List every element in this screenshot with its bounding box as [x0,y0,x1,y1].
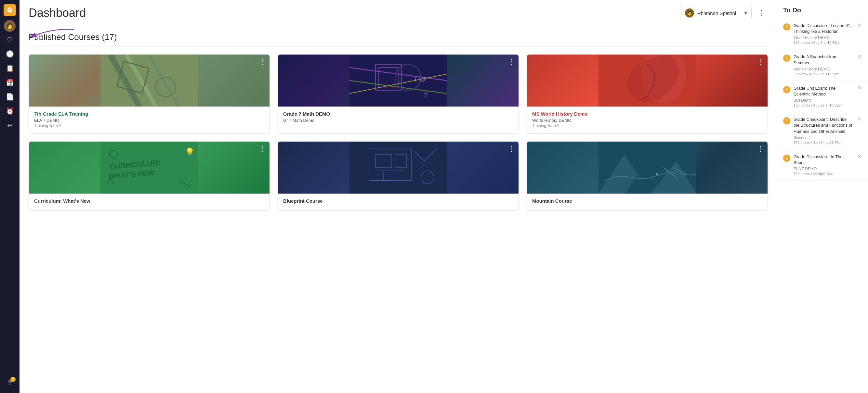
svg-point-40 [656,173,658,175]
todo-course-1: World History DEMO [794,35,854,40]
svg-point-41 [666,170,668,172]
course-name-math: Grade 7 Math DEMO [283,111,513,117]
course-menu-blueprint[interactable]: ⋮ [508,145,515,153]
todo-items-list: 2 Grade Discussion - Lesson 01: Thinking… [777,18,868,393]
todo-item-3: 1 Grade Unit Exam: The Scientific Method… [777,81,868,112]
todo-course-3: SCI Demo [794,98,854,103]
course-sub-history: World History DEMO [532,118,762,123]
course-card-mountains[interactable]: ⋮ Mountain Course [527,141,768,210]
todo-item-title-5[interactable]: Grade Discussion - In Their Shoes [794,154,854,166]
course-image-blueprint: ⋮ [278,142,519,194]
todo-item-title-2[interactable]: Grade A Snapshot from Summer [794,54,854,66]
todo-item-title-4[interactable]: Grade Checkpoint: Describe the Structure… [794,117,854,134]
more-options-button[interactable]: ⋮ [755,7,768,19]
course-card-math[interactable]: l·w h ⋮ Grade 7 Math DEMO Gr 7 Math Demo [278,54,519,133]
sidebar-item-shield[interactable]: 🛡 [3,33,16,46]
course-bg-blueprint [278,142,519,194]
course-menu-mountains[interactable]: ⋮ [757,145,764,153]
todo-title: To Do [783,6,801,14]
todo-item-5: 1 Grade Discussion - In Their Shoes ELA … [777,150,868,181]
logo-button[interactable] [4,4,16,16]
course-card-curriculum[interactable]: CURRICULUM: WHAT'S NEW 💡 ⋮ Curriculum: W… [29,141,270,210]
main-content: Dashboard 👩 Rhiannon Spetrini ▾ ⋮ Publis… [20,0,777,393]
clock-history-icon: 🕐 [6,50,14,58]
course-term-ela: Training Term A [34,123,264,128]
course-info-math: Grade 7 Math DEMO Gr 7 Math Demo [278,106,519,129]
course-name-ela: 7th Grade ELA Training [34,111,264,117]
course-bg-math: l·w h [278,55,519,106]
todo-course-2: World History DEMO [794,67,854,71]
help-icon: ? [8,379,12,386]
course-card-ela-training[interactable]: ⋮ 7th Grade ELA Training ELA 7 DEMO Trai… [29,54,270,133]
todo-header: To Do [777,0,868,18]
course-sub-math: Gr 7 Math Demo [283,118,513,123]
course-image-math: l·w h ⋮ [278,55,519,106]
sidebar-item-courses[interactable]: 📋 [3,62,16,75]
course-name-blueprint: Blueprint Course [283,198,513,204]
todo-close-2[interactable]: ✕ [857,53,862,59]
todo-course-5: ELA 7 DEMO [794,167,854,171]
courses-area: Published Courses (17) [20,24,777,393]
sidebar-item-time[interactable]: ⏰ [3,105,16,118]
todo-item-title-3[interactable]: Grade Unit Exam: The Scientific Method [794,86,854,97]
course-menu-math[interactable]: ⋮ [508,58,515,66]
svg-text:💡: 💡 [185,147,195,157]
todo-badge-5: 1 [783,155,790,162]
page-header: Dashboard 👩 Rhiannon Spetrini ▾ ⋮ [20,0,777,24]
sidebar-item-help[interactable]: ? [3,376,16,389]
sidebar-item-import[interactable]: ↩ [3,119,16,132]
courses-grid: ⋮ 7th Grade ELA Training ELA 7 DEMO Trai… [29,54,768,210]
course-info-history: MS World History Demo World History DEMO… [527,106,768,133]
course-bg-curriculum: CURRICULUM: WHAT'S NEW 💡 [29,142,270,194]
user-name: Rhiannon Spetrini [697,10,741,16]
sidebar-item-calendar[interactable]: 📅 [3,76,16,89]
todo-meta-5: 100 points • Multiple Due [794,172,854,176]
course-name-history: MS World History Demo [532,111,762,117]
todo-close-5[interactable]: ✕ [857,153,862,160]
course-info-curriculum: Curriculum: What's New [29,194,270,210]
course-bg-mountains [527,142,768,194]
course-card-history[interactable]: ⋮ MS World History Demo World History DE… [527,54,768,133]
course-image-curriculum: CURRICULUM: WHAT'S NEW 💡 ⋮ [29,142,270,194]
import-icon: ↩ [7,122,13,129]
todo-badge-4: 1 [783,117,790,124]
todo-content-4: Grade Checkpoint: Describe the Structure… [794,117,854,144]
user-dropdown[interactable]: 👩 Rhiannon Spetrini ▾ [680,6,752,20]
chevron-down-icon: ▾ [744,10,747,15]
assignments-icon: 📄 [6,93,14,101]
course-bg-ela [29,55,270,106]
todo-item-title-1[interactable]: Grade Discussion - Lesson 01: Thinking l… [794,23,854,34]
time-icon: ⏰ [6,107,14,115]
todo-item-4: 1 Grade Checkpoint: Describe the Structu… [777,112,868,150]
svg-rect-1 [9,11,10,12]
svg-point-0 [9,8,11,10]
course-info-mountains: Mountain Course [527,194,768,210]
todo-close-3[interactable]: ✕ [857,85,862,91]
course-menu-curriculum[interactable]: ⋮ [259,145,266,153]
courses-section-title: Published Courses (17) [29,32,768,46]
course-menu-history[interactable]: ⋮ [757,58,764,66]
todo-meta-3: 100 points • Aug 29 at 10:59pm [794,103,854,107]
sidebar-item-history[interactable]: 🕐 [3,47,16,60]
course-card-blueprint[interactable]: ⋮ Blueprint Course [278,141,519,210]
todo-close-1[interactable]: ✕ [857,22,862,28]
todo-course-4: Science 4 [794,135,854,140]
course-name-curriculum: Curriculum: What's New [34,198,264,204]
course-image-ela-training: ⋮ [29,55,270,106]
course-name-mountains: Mountain Course [532,198,762,204]
courses-icon: 📋 [6,64,14,72]
todo-panel: To Do 2 Grade Discussion - Lesson 01: Th… [777,0,868,393]
todo-close-4[interactable]: ✕ [857,116,862,122]
todo-badge-1: 2 [783,23,790,31]
course-image-history: ⋮ [527,55,768,106]
svg-text:h: h [424,91,428,98]
sidebar-item-assignments[interactable]: 📄 [3,90,16,103]
course-menu-ela[interactable]: ⋮ [259,58,266,66]
user-avatar[interactable]: 👩 [4,20,16,32]
todo-item-1: 2 Grade Discussion - Lesson 01: Thinking… [777,18,868,50]
course-bg-history [527,55,768,106]
calendar-icon: 📅 [6,78,14,87]
svg-text:l·w: l·w [414,74,426,84]
todo-content-5: Grade Discussion - In Their Shoes ELA 7 … [794,154,854,176]
todo-content-1: Grade Discussion - Lesson 01: Thinking l… [794,23,854,44]
